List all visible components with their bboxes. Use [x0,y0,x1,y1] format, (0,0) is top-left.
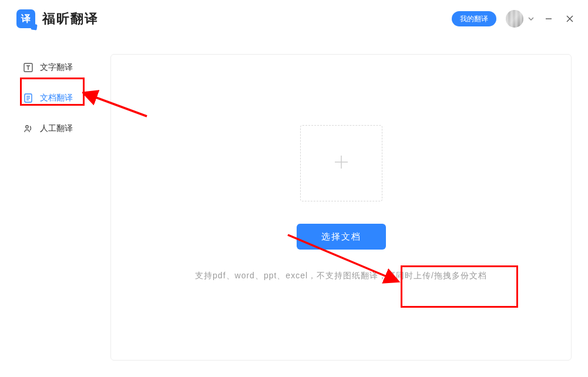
supported-formats-hint: 支持pdf、word、ppt、excel，不支持图纸翻译，可同时上传/拖拽多份文… [195,271,487,281]
sidebar-item-label: 文字翻译 [40,62,73,73]
sidebar-item-doc[interactable]: 文档翻译 [20,86,93,110]
sidebar-item-label: 文档翻译 [40,93,73,103]
header-bar: 译 福昕翻译 我的翻译 [0,0,588,38]
sidebar-item-label: 人工翻译 [40,123,73,134]
app-logo-icon: 译 [16,9,35,28]
app-logo-char: 译 [21,13,31,25]
sidebar-item-text[interactable]: 文字翻译 [20,55,93,80]
text-icon [22,62,34,73]
content-panel: 选择文档 支持pdf、word、ppt、excel，不支持图纸翻译，可同时上传/… [110,54,572,361]
user-avatar[interactable] [506,10,523,28]
app-logo-corner [31,23,37,30]
plus-icon [331,152,351,174]
file-dropzone[interactable] [300,125,382,201]
window-minimize-button[interactable] [540,10,557,28]
document-icon [22,92,34,104]
body: 文字翻译 文档翻译 人工翻译 [0,38,588,377]
window-close-button[interactable] [561,10,579,28]
sidebar-item-human[interactable]: 人工翻译 [20,116,93,141]
app-title: 福昕翻译 [42,10,99,28]
select-document-button[interactable]: 选择文档 [297,224,386,250]
app-window: 译 福昕翻译 我的翻译 文字翻译 [0,0,588,377]
sidebar: 文字翻译 文档翻译 人工翻译 [0,38,106,377]
avatar-dropdown-chevron-icon[interactable] [526,17,536,21]
svg-point-9 [26,126,28,128]
main-area: 选择文档 支持pdf、word、ppt、excel，不支持图纸翻译，可同时上传/… [106,38,588,377]
my-translations-button[interactable]: 我的翻译 [452,11,496,26]
human-icon [22,123,34,134]
